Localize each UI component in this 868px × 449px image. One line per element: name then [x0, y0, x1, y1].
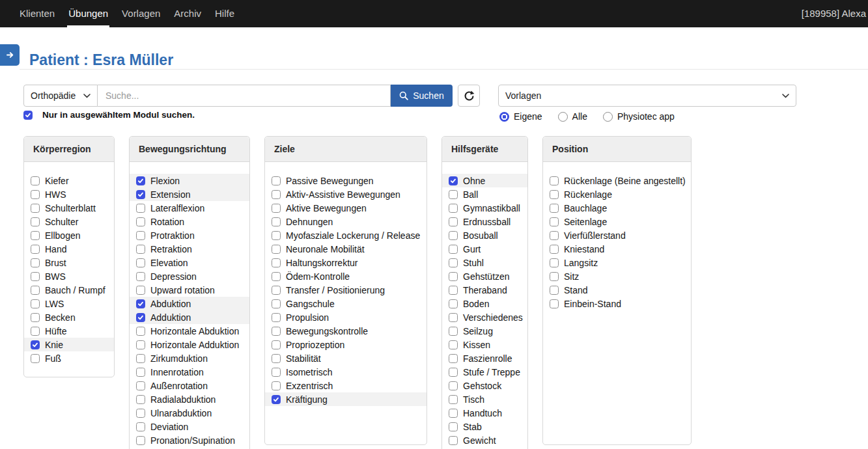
checkbox[interactable]: [550, 299, 559, 308]
nav-item[interactable]: Hilfe: [215, 0, 234, 27]
radio-option[interactable]: Alle: [558, 111, 587, 122]
checkbox[interactable]: [449, 272, 458, 281]
checkbox-row[interactable]: Ball: [442, 187, 527, 201]
checkbox-row[interactable]: Transfer / Positionierung: [265, 283, 427, 297]
checkbox-row[interactable]: Aktive Bewegungen: [265, 201, 427, 215]
checkbox-row[interactable]: Außenrotation: [130, 379, 249, 392]
checkbox-row[interactable]: Stabilität: [265, 351, 427, 365]
checkbox-row[interactable]: Pronation/Supination: [130, 433, 249, 447]
checkbox-row[interactable]: Haltungskorrektur: [265, 256, 427, 269]
checkbox[interactable]: [449, 327, 458, 336]
checkbox-row[interactable]: Gewicht: [442, 433, 527, 447]
checkbox-row[interactable]: Schulterblatt: [24, 201, 114, 215]
checkbox-row[interactable]: Lateralflexion: [130, 201, 249, 215]
checkbox[interactable]: [31, 217, 40, 226]
checkbox[interactable]: [272, 327, 281, 336]
checkbox-row[interactable]: Gehstock: [442, 379, 527, 392]
checkbox-row[interactable]: Myofasziale Lockerung / Release: [265, 228, 427, 242]
checkbox[interactable]: [31, 272, 40, 281]
checkbox[interactable]: [272, 258, 281, 267]
search-input[interactable]: [98, 85, 391, 107]
checkbox-row[interactable]: Gymnastikball: [442, 201, 527, 215]
checkbox-row[interactable]: Vierfüßlerstand: [543, 228, 691, 242]
checkbox[interactable]: [272, 381, 281, 390]
nav-item[interactable]: Klienten: [20, 0, 55, 27]
checkbox[interactable]: [550, 176, 559, 185]
checkbox[interactable]: [449, 381, 458, 390]
patient-nav-button[interactable]: [0, 44, 20, 66]
checkbox-row[interactable]: Aktiv-Assistive Bewegungen: [265, 187, 427, 201]
checkbox[interactable]: [136, 258, 145, 267]
checkbox-row[interactable]: BWS: [24, 269, 114, 283]
checkbox-row[interactable]: Ulnarabduktion: [130, 406, 249, 420]
templates-select[interactable]: Vorlagen: [498, 85, 796, 107]
checkbox[interactable]: [272, 217, 281, 226]
checkbox[interactable]: [136, 395, 145, 404]
checkbox-row[interactable]: Knie: [24, 338, 114, 351]
checkbox[interactable]: [272, 313, 281, 322]
checkbox[interactable]: [136, 204, 145, 213]
radio-icon[interactable]: [603, 112, 613, 122]
checkbox-row[interactable]: Bosuball: [442, 228, 527, 242]
checkbox-row[interactable]: Einbein-Stand: [543, 297, 691, 310]
checkbox-row[interactable]: Propulsion: [265, 310, 427, 324]
checkbox[interactable]: [136, 245, 145, 254]
checkbox[interactable]: [31, 245, 40, 254]
checkbox[interactable]: [449, 409, 458, 418]
checkbox-row[interactable]: Upward rotation: [130, 283, 249, 297]
checkbox[interactable]: [449, 299, 458, 308]
checkbox[interactable]: [136, 272, 145, 281]
checkbox-row[interactable]: Isometrisch: [265, 365, 427, 379]
checkbox-row[interactable]: Seilzug: [442, 324, 527, 338]
checkbox[interactable]: [272, 340, 281, 349]
checkbox-row[interactable]: Adduktion: [130, 310, 249, 324]
checkbox-row[interactable]: Gehstützen: [442, 269, 527, 283]
checkbox-row[interactable]: Propriozeption: [265, 338, 427, 351]
nav-item[interactable]: Vorlagen: [122, 0, 160, 27]
checkbox-row[interactable]: Sitz: [543, 269, 691, 283]
refresh-button[interactable]: [458, 85, 480, 107]
checkbox[interactable]: [272, 204, 281, 213]
checkbox[interactable]: [31, 204, 40, 213]
checkbox[interactable]: [31, 327, 40, 336]
checkbox-row[interactable]: Dehnungen: [265, 215, 427, 228]
checkbox-row[interactable]: Radialabduktion: [130, 392, 249, 406]
checkbox[interactable]: [136, 313, 145, 322]
checkbox[interactable]: [449, 286, 458, 295]
checkbox[interactable]: [136, 176, 145, 185]
checkbox[interactable]: [136, 217, 145, 226]
checkbox[interactable]: [136, 409, 145, 418]
checkbox[interactable]: [449, 354, 458, 363]
checkbox-row[interactable]: Retraktion: [130, 242, 249, 256]
checkbox-row[interactable]: Flexion: [130, 174, 249, 187]
checkbox-row[interactable]: Tisch: [442, 392, 527, 406]
checkbox[interactable]: [31, 176, 40, 185]
radio-option[interactable]: Physiotec app: [603, 111, 675, 122]
nav-item[interactable]: Übungen: [68, 0, 108, 27]
checkbox[interactable]: [136, 368, 145, 377]
checkbox[interactable]: [550, 245, 559, 254]
radio-icon[interactable]: [499, 112, 509, 122]
checkbox[interactable]: [449, 395, 458, 404]
checkbox-row[interactable]: Brust: [24, 256, 114, 269]
checkbox[interactable]: [136, 422, 145, 431]
checkbox-row[interactable]: Stuhl: [442, 256, 527, 269]
checkbox-row[interactable]: Ellbogen: [24, 228, 114, 242]
checkbox[interactable]: [31, 190, 40, 199]
nav-item[interactable]: Archiv: [174, 0, 201, 27]
checkbox-row[interactable]: Rückenlage: [543, 187, 691, 201]
checkbox-row[interactable]: Rückenlage (Beine angestellt): [543, 174, 691, 187]
checkbox[interactable]: [272, 176, 281, 185]
checkbox[interactable]: [550, 217, 559, 226]
checkbox[interactable]: [449, 368, 458, 377]
checkbox[interactable]: [31, 231, 40, 240]
checkbox-row[interactable]: Bauchlage: [543, 201, 691, 215]
checkbox-row[interactable]: Schulter: [24, 215, 114, 228]
checkbox[interactable]: [136, 190, 145, 199]
checkbox-row[interactable]: Kiefer: [24, 174, 114, 187]
checkbox-row[interactable]: Rotation: [130, 215, 249, 228]
checkbox-row[interactable]: Theraband: [442, 283, 527, 297]
checkbox[interactable]: [449, 422, 458, 431]
checkbox[interactable]: [449, 245, 458, 254]
checkbox[interactable]: [550, 272, 559, 281]
